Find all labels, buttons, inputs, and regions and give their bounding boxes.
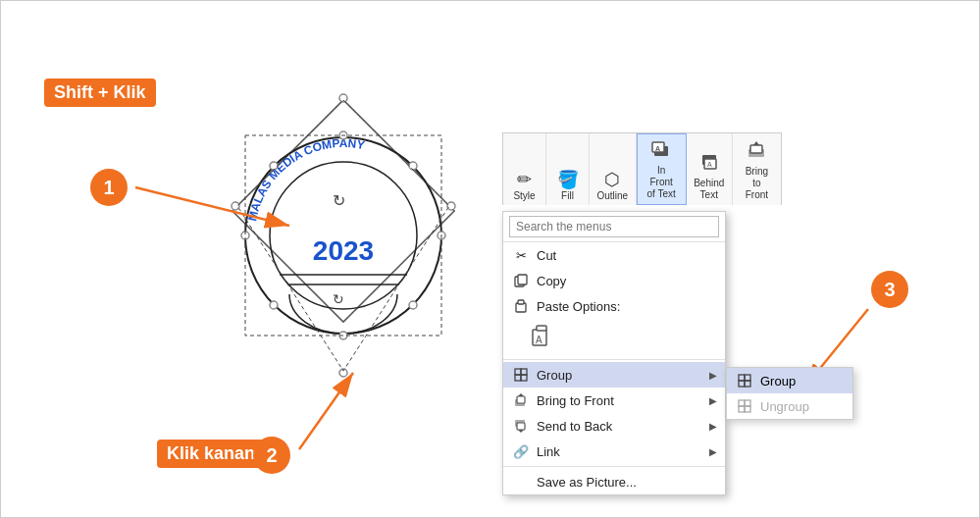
svg-rect-48 [517, 396, 525, 403]
svg-rect-59 [739, 406, 745, 412]
stamp-container: MALAS MEDIA COMPANY 2023 ↻ ↻ [211, 78, 476, 441]
ribbon-behind-text-button[interactable]: A BehindText [687, 133, 733, 205]
context-menu: ✂ Cut Copy Paste Options: A Group Bring … [502, 211, 726, 495]
paste-options-label: Paste Options: [537, 299, 620, 314]
link-icon: 🔗 [513, 443, 529, 459]
svg-rect-39 [518, 300, 524, 304]
menu-item-bring-to-front[interactable]: Bring to Front [503, 388, 725, 413]
svg-rect-60 [745, 406, 750, 412]
klik-kanan-label: Klik kanan [157, 440, 265, 468]
ribbon-toolbar: ✏ Style 🪣 Fill ⬡ Outline A In Frontof Te… [502, 132, 782, 205]
svg-text:2023: 2023 [313, 235, 374, 266]
link-label: Link [537, 444, 560, 459]
ribbon-bring-to-front-button[interactable]: Bring toFront [733, 133, 781, 205]
svg-rect-53 [739, 375, 745, 381]
svg-rect-43 [515, 369, 521, 375]
ribbon-style-button[interactable]: ✏ Style [503, 133, 546, 205]
ribbon-in-front-button[interactable]: A In Frontof Text [637, 133, 687, 205]
svg-rect-44 [521, 369, 527, 375]
paste-icon [513, 298, 529, 314]
in-front-icon: A [650, 138, 672, 163]
send-back-icon [513, 418, 529, 434]
context-menu-search[interactable] [503, 212, 725, 242]
bring-front-icon [513, 392, 529, 408]
svg-text:↻: ↻ [333, 291, 344, 307]
svg-point-16 [409, 301, 417, 309]
ribbon-outline-button[interactable]: ⬡ Outline [590, 133, 637, 205]
svg-rect-45 [515, 375, 521, 381]
svg-text:A: A [655, 145, 660, 152]
menu-item-copy[interactable]: Copy [503, 268, 725, 293]
svg-point-19 [447, 202, 455, 210]
outline-icon: ⬡ [604, 171, 620, 188]
svg-point-13 [270, 162, 278, 170]
ribbon-behind-text-label: BehindText [694, 178, 724, 201]
menu-item-group[interactable]: Group [503, 362, 725, 388]
svg-point-15 [270, 301, 278, 309]
bring-to-front-label: Bring to Front [537, 393, 614, 408]
svg-rect-51 [517, 423, 525, 430]
menu-item-send-to-back[interactable]: Send to Back [503, 413, 725, 439]
svg-rect-34 [750, 145, 762, 153]
cut-label: Cut [537, 248, 556, 263]
svg-marker-52 [518, 430, 524, 433]
svg-rect-55 [739, 381, 745, 387]
svg-marker-35 [753, 141, 759, 145]
svg-text:↻: ↻ [333, 192, 345, 209]
menu-item-paste-icon[interactable]: A [503, 319, 725, 357]
ribbon-in-front-label: In Frontof Text [645, 165, 678, 200]
ribbon-outline-label: Outline [596, 190, 628, 201]
ribbon-bring-front-label: Bring toFront [741, 166, 773, 201]
svg-rect-57 [739, 400, 745, 406]
svg-rect-56 [745, 381, 750, 387]
submenu-group[interactable]: Group [727, 368, 852, 393]
submenu-ungroup[interactable]: Ungroup [727, 393, 852, 419]
menu-separator-1 [503, 359, 725, 360]
group-submenu: Group Ungroup [726, 367, 853, 420]
group-icon [513, 367, 529, 383]
bring-to-front-icon [746, 139, 767, 164]
svg-rect-41 [537, 326, 546, 331]
ribbon-fill-button[interactable]: 🪣 Fill [546, 133, 590, 205]
save-as-picture-label: Save as Picture... [537, 475, 637, 490]
svg-rect-46 [521, 375, 527, 381]
cut-icon: ✂ [513, 247, 529, 263]
copy-icon [513, 273, 529, 288]
step-number-1: 1 [90, 169, 128, 206]
copy-label: Copy [537, 274, 566, 288]
svg-marker-49 [518, 393, 524, 396]
ribbon-fill-label: Fill [561, 190, 574, 201]
svg-point-14 [409, 162, 417, 170]
shift-klik-label: Shift + Klik [44, 78, 156, 107]
step-number-3: 3 [871, 271, 908, 308]
menu-separator-2 [503, 466, 725, 467]
svg-text:A: A [536, 335, 542, 345]
svg-rect-58 [745, 400, 750, 406]
submenu-ungroup-label: Ungroup [760, 399, 809, 414]
submenu-group-label: Group [760, 374, 796, 388]
menu-item-paste-options[interactable]: Paste Options: [503, 293, 725, 319]
svg-rect-37 [518, 275, 527, 285]
menu-item-save-as-picture[interactable]: Save as Picture... [503, 469, 725, 494]
svg-text:A: A [707, 161, 712, 168]
send-to-back-label: Send to Back [537, 419, 612, 434]
paste-content-icon: A [531, 324, 554, 352]
svg-rect-54 [745, 375, 750, 381]
svg-point-18 [339, 94, 347, 102]
menu-item-link[interactable]: 🔗 Link [503, 439, 725, 464]
group-label: Group [537, 368, 572, 383]
step-number-2: 2 [253, 437, 290, 474]
search-input[interactable] [509, 216, 719, 237]
behind-text-icon: A [698, 151, 720, 176]
save-picture-icon [513, 474, 529, 490]
fill-icon: 🪣 [557, 171, 579, 188]
style-icon: ✏ [517, 171, 532, 188]
submenu-ungroup-icon [737, 398, 752, 414]
submenu-group-icon [737, 373, 752, 388]
menu-item-cut[interactable]: ✂ Cut [503, 242, 725, 268]
ribbon-style-label: Style [513, 190, 535, 201]
svg-point-21 [232, 202, 239, 210]
